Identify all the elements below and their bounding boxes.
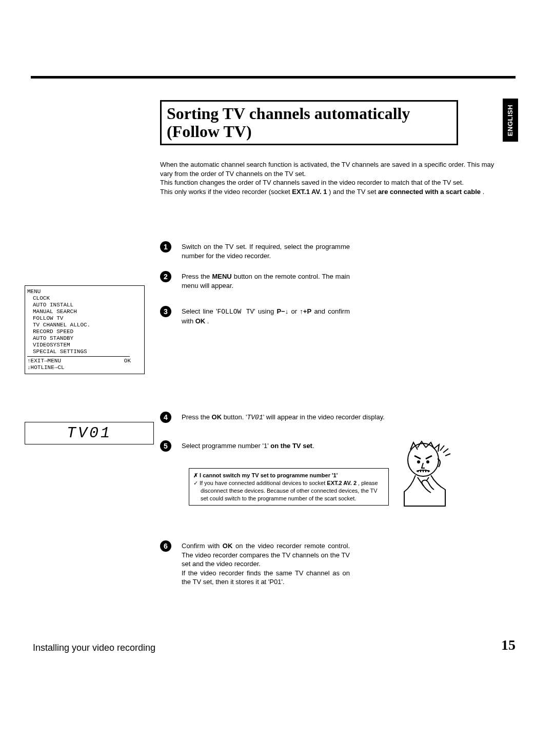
step-5: 5 Select programme number '1' on the TV …	[160, 441, 401, 451]
step-number-5: 5	[160, 440, 171, 452]
footer-section-title: Installing your video recording	[33, 643, 155, 653]
step-number-3: 3	[160, 306, 171, 317]
step-number-6: 6	[160, 540, 171, 552]
svg-point-1	[418, 461, 420, 463]
top-rule	[31, 76, 516, 79]
step-4-text: Press the OK button. 'TV01' will appear …	[182, 413, 401, 422]
menu-item: CLOCK	[33, 295, 142, 302]
step-number-1: 1	[160, 241, 171, 253]
step-number-4: 4	[160, 412, 171, 423]
note-box: ✗ I cannot switch my TV set to programme…	[189, 468, 389, 506]
step-1-text: Switch on the TV set. If required, selec…	[182, 242, 350, 260]
language-tab-text: ENGLISH	[507, 104, 515, 135]
language-tab: ENGLISH	[503, 99, 518, 142]
menu-item: TV CHANNEL ALLOC.	[33, 322, 142, 328]
step-6: 6 Confirm with OK on the video recorder …	[160, 541, 350, 587]
menu-footer-2: ↓HOTLINE→CL	[27, 364, 142, 371]
intro-p3: This only works if the video recorder (s…	[160, 187, 499, 197]
menu-item: VIDEOSYSTEM	[33, 342, 142, 348]
menu-item: FOLLOW TV	[33, 315, 142, 322]
step-number-2: 2	[160, 271, 171, 282]
step-3-text: Select line 'FOLLOW TV' using P−↓ or ↑+P…	[182, 307, 350, 325]
cartoon-icon	[395, 440, 454, 507]
step-2: 2 Press the MENU button on the remote co…	[160, 272, 350, 290]
note-title: ✗ I cannot switch my TV set to programme…	[193, 472, 384, 479]
intro-block: When the automatic channel search functi…	[160, 160, 499, 196]
step-6-text: Confirm with OK on the video recorder re…	[182, 541, 350, 587]
display-text: TV01	[67, 424, 112, 442]
svg-point-2	[427, 461, 429, 463]
step-1: 1 Switch on the TV set. If required, sel…	[160, 242, 350, 260]
step-4: 4 Press the OK button. 'TV01' will appea…	[160, 413, 401, 422]
menu-title: MENU	[27, 288, 142, 295]
note-body: ✓ If you have connected additional devic…	[201, 479, 384, 502]
check-icon: ✓	[193, 480, 198, 486]
menu-item: AUTO STANDBY	[33, 335, 142, 342]
menu-item: MANUAL SEARCH	[33, 308, 142, 315]
display-screen: TV01	[25, 422, 154, 444]
page-number: 15	[501, 637, 516, 653]
x-icon: ✗	[193, 472, 198, 478]
menu-item: RECORD SPEED	[33, 328, 142, 335]
menu-footer-1: ↑EXIT→MENU OK	[27, 358, 131, 364]
step-3: 3 Select line 'FOLLOW TV' using P−↓ or ↑…	[160, 307, 350, 325]
step-5-text: Select programme number '1' on the TV se…	[182, 441, 401, 451]
menu-item: SPECIAL SETTINGS	[33, 348, 142, 355]
intro-p1: When the automatic channel search functi…	[160, 160, 499, 178]
menu-rule	[27, 356, 130, 357]
menu-screen: MENU CLOCK AUTO INSTALL MANUAL SEARCH FO…	[25, 285, 145, 374]
page-title: Sorting TV channels automatically (Follo…	[160, 100, 458, 145]
step-2-text: Press the MENU button on the remote cont…	[182, 272, 350, 290]
intro-p2: This function changes the order of TV ch…	[160, 178, 499, 187]
menu-item: AUTO INSTALL	[33, 302, 142, 308]
